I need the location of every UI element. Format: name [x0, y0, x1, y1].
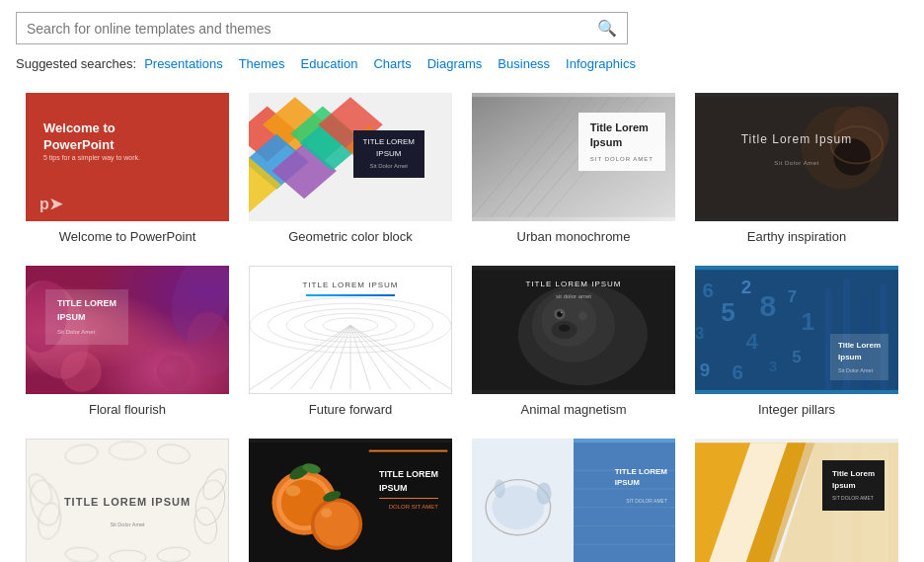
thumb-floral: TITLE LOREMIPSUM Sit Dolor Amet	[26, 266, 229, 394]
thumb-scientific: TITLE LOREMIPSUM SIT DOLOR AMET	[472, 439, 675, 562]
orange-accent-line	[379, 498, 438, 499]
svg-point-50	[578, 311, 587, 320]
svg-point-99	[537, 482, 552, 504]
svg-point-52	[559, 324, 570, 331]
animal-label: Animal magnetism	[521, 402, 627, 417]
svg-point-87	[285, 485, 300, 496]
search-button[interactable]: 🔍	[587, 13, 627, 43]
svg-text:4: 4	[746, 329, 759, 354]
template-item-floral[interactable]: TITLE LOREMIPSUM Sit Dolor Amet Floral f…	[16, 258, 239, 431]
integer-label: Integer pillars	[758, 402, 835, 417]
scientific-sub: SIT DOLOR AMET	[626, 498, 667, 504]
thumb-integer: 6 5 3 2 8 4 7 1 9 6 3 5	[695, 266, 898, 394]
svg-text:7: 7	[788, 287, 797, 306]
search-icon: 🔍	[597, 20, 617, 37]
suggested-link-themes[interactable]: Themes	[239, 56, 285, 71]
template-item-geometric[interactable]: TITLE LOREMIPSUMSit Dolor Amet Geometric…	[239, 85, 462, 258]
urban-title: Title LoremIpsum SIT DOLOR AMET	[578, 113, 665, 171]
svg-text:5: 5	[721, 297, 735, 327]
orange-title: TITLE LOREMIPSUM	[379, 468, 438, 495]
earthy-label: Earthy inspiration	[747, 229, 846, 244]
svg-text:9: 9	[700, 360, 710, 380]
thumb-geometric: TITLE LOREMIPSUMSit Dolor Amet	[249, 93, 452, 221]
search-area: 🔍	[0, 0, 924, 52]
svg-point-49	[561, 311, 563, 313]
template-item-orange[interactable]: TITLE LOREMIPSUM DOLOR SIT AMET Orange b…	[239, 431, 462, 562]
svg-point-24	[61, 352, 102, 392]
svg-text:6: 6	[702, 279, 713, 301]
svg-text:1: 1	[802, 308, 815, 335]
suggested-label: Suggested searches:	[16, 56, 136, 71]
template-item-earthy[interactable]: Title Lorem Ipsum Sit Dolor Amet Earthy …	[685, 85, 908, 258]
animal-title: TITLE LOREM IPSUM	[525, 280, 621, 288]
template-item-faded[interactable]: TITLE LOREM IPSUM Sit Dolor Amet Faded p…	[16, 431, 239, 562]
suggested-link-charts[interactable]: Charts	[373, 56, 411, 71]
svg-point-46	[541, 294, 596, 346]
orange-svg	[249, 439, 452, 562]
future-accent-line	[306, 294, 395, 296]
thumb-future: TITLE LOREM IPSUM	[249, 266, 452, 394]
template-item-integer[interactable]: 6 5 3 2 8 4 7 1 9 6 3 5	[685, 258, 908, 431]
suggested-link-business[interactable]: Business	[498, 56, 550, 71]
suggested-link-education[interactable]: Education	[301, 56, 358, 71]
thumb-faded: TITLE LOREM IPSUM Sit Dolor Amet	[26, 439, 229, 562]
template-grid: Welcome toPowerPoint 5 tips for a simple…	[0, 81, 924, 562]
earthy-sub: Sit Dolor Amet	[774, 160, 818, 166]
modern-card: Title LoremIpsum SIT DOLOR AMET	[822, 460, 885, 511]
orange-sub: DOLOR SIT AMET	[389, 504, 438, 510]
modern-sub: SIT DOLOR AMET	[832, 495, 875, 503]
faded-title: TITLE LOREM IPSUM	[64, 496, 191, 508]
geometric-label: Geometric color block	[288, 229, 413, 244]
svg-text:8: 8	[760, 289, 777, 322]
thumb-orange: TITLE LOREMIPSUM DOLOR SIT AMET	[249, 439, 452, 562]
integer-card: Title LoremIpsum Sit Dolor Amet	[830, 334, 888, 380]
geometric-title: TITLE LOREMIPSUMSit Dolor Amet	[363, 137, 415, 170]
geometric-title-box: TITLE LOREMIPSUMSit Dolor Amet	[353, 130, 424, 178]
svg-point-90	[321, 509, 332, 518]
welcome-label: Welcome to PowerPoint	[59, 229, 196, 244]
svg-text:3: 3	[695, 324, 704, 343]
svg-text:5: 5	[792, 348, 801, 366]
template-item-future[interactable]: TITLE LOREM IPSUM Future forward	[239, 258, 462, 431]
animal-sub: sit dolor amet	[556, 293, 591, 299]
template-item-modern[interactable]: Title LoremIpsum SIT DOLOR AMET Modern a…	[685, 431, 908, 562]
scientific-title: TITLE LOREMIPSUM	[615, 466, 667, 488]
thumb-modern: Title LoremIpsum SIT DOLOR AMET	[695, 439, 898, 562]
template-item-welcome[interactable]: Welcome toPowerPoint 5 tips for a simple…	[16, 85, 239, 258]
svg-text:2: 2	[741, 277, 751, 297]
search-box: 🔍	[16, 12, 628, 44]
thumb-earthy: Title Lorem Ipsum Sit Dolor Amet	[695, 93, 898, 221]
svg-text:3: 3	[769, 358, 777, 374]
floral-label: Floral flourish	[89, 402, 166, 417]
earthy-title: Title Lorem Ipsum	[741, 132, 853, 146]
template-item-scientific[interactable]: TITLE LOREMIPSUM SIT DOLOR AMET Scientif…	[462, 431, 685, 562]
faded-sub: Sit Dolor Amet	[110, 522, 144, 527]
urban-label: Urban monochrome	[517, 229, 631, 244]
svg-text:6: 6	[732, 361, 742, 383]
svg-point-25	[157, 355, 191, 388]
thumb-welcome: Welcome toPowerPoint 5 tips for a simple…	[26, 93, 229, 221]
earthy-svg	[695, 93, 898, 221]
suggested-link-infographics[interactable]: Infographics	[566, 56, 636, 71]
svg-rect-94	[369, 450, 448, 452]
floral-card: TITLE LOREMIPSUM Sit Dolor Amet	[45, 289, 128, 345]
template-item-urban[interactable]: Title LoremIpsum SIT DOLOR AMET Urban mo…	[462, 85, 685, 258]
suggested-searches-row: Suggested searches: Presentations Themes…	[0, 52, 924, 81]
welcome-title: Welcome toPowerPoint	[43, 120, 116, 154]
thumb-animal: TITLE LOREM IPSUM sit dolor amet	[472, 266, 675, 394]
ppt-logo-icon: p➤	[39, 195, 62, 213]
svg-point-100	[494, 480, 504, 499]
future-label: Future forward	[309, 402, 393, 417]
future-title: TITLE LOREM IPSUM	[302, 281, 398, 289]
svg-point-89	[314, 502, 358, 546]
template-item-animal[interactable]: TITLE LOREM IPSUM sit dolor amet Animal …	[462, 258, 685, 431]
welcome-sub: 5 tips for a simpler way to work.	[43, 154, 140, 161]
urban-sub: SIT DOLOR AMET	[590, 155, 654, 163]
suggested-link-diagrams[interactable]: Diagrams	[427, 56, 483, 71]
search-input[interactable]	[17, 14, 587, 43]
thumb-urban: Title LoremIpsum SIT DOLOR AMET	[472, 93, 675, 221]
suggested-link-presentations[interactable]: Presentations	[144, 56, 223, 71]
